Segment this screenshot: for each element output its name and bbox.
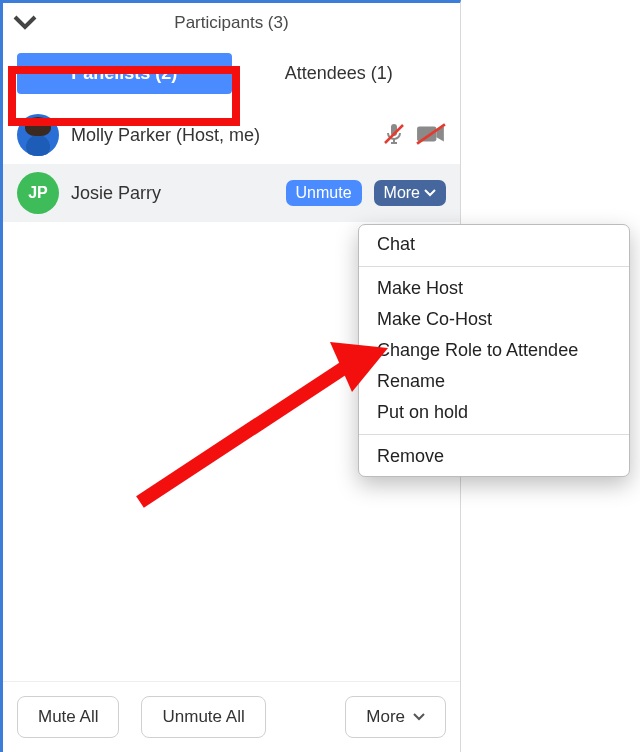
status-icons: [382, 122, 446, 149]
more-dropdown-menu: Chat Make Host Make Co-Host Change Role …: [358, 224, 630, 477]
tab-panelists[interactable]: Panelists (2): [17, 53, 232, 94]
avatar: [17, 114, 59, 156]
participant-tabs: Panelists (2) Attendees (1): [3, 45, 460, 106]
svg-rect-1: [417, 126, 436, 141]
mic-muted-icon: [382, 122, 406, 149]
chevron-down-icon: [13, 11, 37, 35]
menu-item-make-host[interactable]: Make Host: [359, 273, 629, 304]
more-button[interactable]: More: [374, 180, 446, 206]
footer-more-button[interactable]: More: [345, 696, 446, 738]
panel-header: Participants (3): [3, 3, 460, 45]
unmute-button[interactable]: Unmute: [286, 180, 362, 206]
unmute-all-button[interactable]: Unmute All: [141, 696, 265, 738]
menu-item-remove[interactable]: Remove: [359, 441, 629, 472]
footer-more-label: More: [366, 707, 405, 727]
avatar: JP: [17, 172, 59, 214]
menu-item-rename[interactable]: Rename: [359, 366, 629, 397]
panel-title: Participants (3): [37, 13, 426, 33]
participant-name: Molly Parker (Host, me): [71, 125, 370, 146]
menu-item-make-cohost[interactable]: Make Co-Host: [359, 304, 629, 335]
video-off-icon: [416, 123, 446, 148]
tab-attendees[interactable]: Attendees (1): [232, 53, 447, 94]
menu-item-put-on-hold[interactable]: Put on hold: [359, 397, 629, 428]
chevron-down-icon: [413, 711, 425, 723]
participant-row[interactable]: JP Josie Parry Unmute More: [3, 164, 460, 222]
participant-row-host[interactable]: Molly Parker (Host, me): [3, 106, 460, 164]
panelist-list: Molly Parker (Host, me): [3, 106, 460, 222]
chevron-down-icon: [424, 187, 436, 199]
menu-item-change-role[interactable]: Change Role to Attendee: [359, 335, 629, 366]
more-button-label: More: [384, 184, 420, 202]
collapse-button[interactable]: [13, 11, 37, 35]
menu-item-chat[interactable]: Chat: [359, 229, 629, 260]
menu-divider: [359, 434, 629, 435]
participant-name: Josie Parry: [71, 183, 274, 204]
panel-footer: Mute All Unmute All More: [3, 681, 460, 752]
menu-divider: [359, 266, 629, 267]
mute-all-button[interactable]: Mute All: [17, 696, 119, 738]
